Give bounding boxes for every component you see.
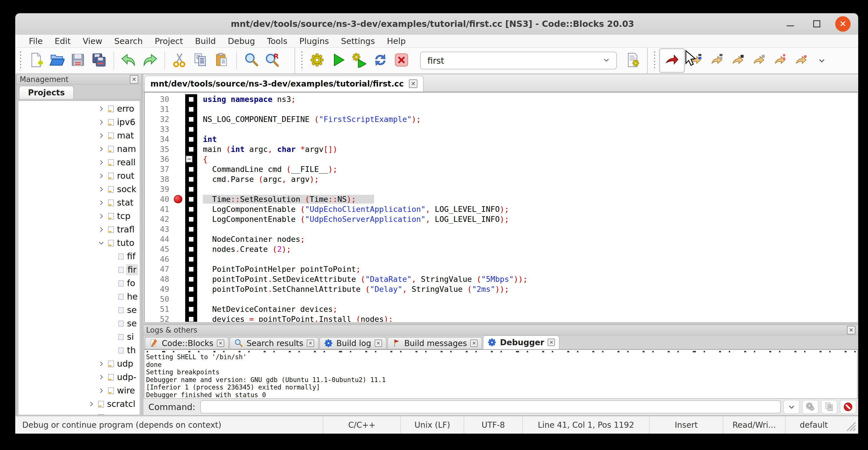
code-line-37[interactable]: 37 CommandLine cmd (__FILE__); [145,164,858,174]
tree-item-trafl[interactable]: trafl [18,223,140,236]
breakpoint-margin[interactable] [172,244,185,254]
line-number[interactable]: 49 [145,285,172,294]
close-box-icon[interactable]: ✕ [307,339,314,347]
code-editor[interactable]: 30using namespace ns3;3132NS_LOG_COMPONE… [144,92,858,322]
line-number[interactable]: 38 [145,175,172,184]
code-line-46[interactable]: 46 [145,254,858,264]
fold-margin[interactable] [185,254,197,264]
fold-margin[interactable] [185,204,197,214]
code-line-44[interactable]: 44 NodeContainer nodes; [145,234,858,244]
tree-item-nam[interactable]: nam [18,142,140,156]
tree-item-rout[interactable]: rout [18,169,140,182]
fold-collapse-icon[interactable] [186,156,193,162]
redo-button[interactable] [139,50,160,71]
line-number[interactable]: 50 [145,295,172,303]
breakpoint-margin[interactable] [172,164,185,174]
find-replace-button[interactable]: R [262,50,283,71]
breakpoint-margin[interactable] [172,264,185,274]
breakpoint-margin[interactable] [172,224,185,234]
fold-margin[interactable] [185,144,197,154]
fold-margin[interactable] [185,304,197,314]
debugger-log[interactable]: Setting SHELL to '/bin/sh'doneSetting br… [144,350,858,399]
close-box-icon[interactable]: ✕ [409,79,417,88]
copy-button[interactable] [190,50,211,71]
tab-projects[interactable]: Projects [19,86,73,99]
line-number[interactable]: 36 [145,155,172,163]
stop-debugger-button[interactable] [840,400,856,414]
code-line-32[interactable]: 32NS_LOG_COMPONENT_DEFINE ("FirstScriptE… [145,114,858,124]
code-line-52[interactable]: 52 devices = pointToPoint.Install (nodes… [145,314,858,322]
find-button[interactable] [241,50,262,71]
toolbar-grip[interactable] [653,51,657,70]
tree-item-se[interactable]: se [18,303,140,317]
debugger-settings-button[interactable] [802,400,818,414]
next-line-button[interactable] [706,50,727,71]
code-line-40[interactable]: 40 Time::SetResolution (Time::NS); [145,194,858,204]
tree-item-ipv6[interactable]: ipv6 [18,115,140,129]
fold-margin[interactable] [185,214,197,224]
tree-item-reall[interactable]: reall [18,156,140,169]
breakpoint-margin[interactable] [172,194,185,204]
menu-help[interactable]: Help [381,34,412,48]
tree-item-udp-[interactable]: udp- [18,370,140,384]
save-button[interactable] [67,50,89,71]
menu-edit[interactable]: Edit [49,34,77,48]
breakpoint-margin[interactable] [172,304,185,314]
paste-button[interactable] [211,50,232,71]
code-line-42[interactable]: 42 LogComponentEnable ("UdpEchoServerApp… [145,214,858,224]
fold-margin[interactable] [185,174,197,184]
fold-margin[interactable] [185,314,197,322]
line-number[interactable]: 41 [145,205,172,214]
breakpoint-margin[interactable] [172,204,185,214]
log-tab-build-messages[interactable]: Build messages✕ [388,337,482,349]
fold-margin[interactable] [185,284,197,294]
fold-margin[interactable] [185,154,197,164]
new-file-button[interactable] [25,50,46,71]
abort-build-button[interactable] [391,50,412,71]
fold-margin[interactable] [185,224,197,234]
line-number[interactable]: 31 [145,105,172,114]
menu-tools[interactable]: Tools [261,34,293,48]
chevron-right-icon[interactable] [96,131,106,141]
menu-project[interactable]: Project [149,34,189,48]
build-target-options-button[interactable] [622,50,643,71]
fold-margin[interactable] [185,274,197,284]
toolbar-grip[interactable] [301,51,305,70]
tree-item-sock[interactable]: sock [18,182,140,196]
code-line-38[interactable]: 38 cmd.Parse (argc, argv); [145,174,858,184]
menu-search[interactable]: Search [108,34,149,48]
chevron-right-icon[interactable] [96,198,106,208]
chevron-right-icon[interactable] [96,372,106,382]
line-number[interactable]: 43 [145,225,172,234]
menu-settings[interactable]: Settings [335,34,381,48]
chevron-right-icon[interactable] [87,413,96,416]
close-box-icon[interactable]: ✕ [548,339,555,346]
fold-margin[interactable] [185,234,197,244]
line-number[interactable]: 45 [145,245,172,253]
chevron-right-icon[interactable] [96,158,106,167]
breakpoint-margin[interactable] [172,284,185,294]
line-number[interactable]: 46 [145,255,172,264]
line-number[interactable]: 51 [145,305,172,313]
breakpoint-margin[interactable] [172,124,185,134]
fold-margin[interactable] [185,124,197,134]
close-box-icon[interactable]: ✕ [217,339,224,347]
breakpoint-margin[interactable] [172,94,185,104]
fold-margin[interactable] [185,104,197,114]
tree-item-erro[interactable]: erro [18,102,140,115]
line-number[interactable]: 39 [145,185,172,193]
breakpoint-margin[interactable] [172,294,185,304]
build-target-select[interactable]: first [420,52,617,69]
line-number[interactable]: 33 [145,125,172,133]
chevron-right-icon[interactable] [96,359,106,369]
line-number[interactable]: 42 [145,215,172,223]
code-line-35[interactable]: 35main (int argc, char *argv[]) [145,144,858,154]
breakpoint-margin[interactable] [172,174,185,184]
debug-continue-button[interactable] [659,48,685,73]
menu-plugins[interactable]: Plugins [293,34,335,48]
toolbar-grip[interactable] [20,51,23,70]
breakpoint-margin[interactable] [172,274,185,284]
tree-item-si[interactable]: si [18,330,140,343]
command-input[interactable] [200,400,781,414]
menu-debug[interactable]: Debug [222,34,261,48]
